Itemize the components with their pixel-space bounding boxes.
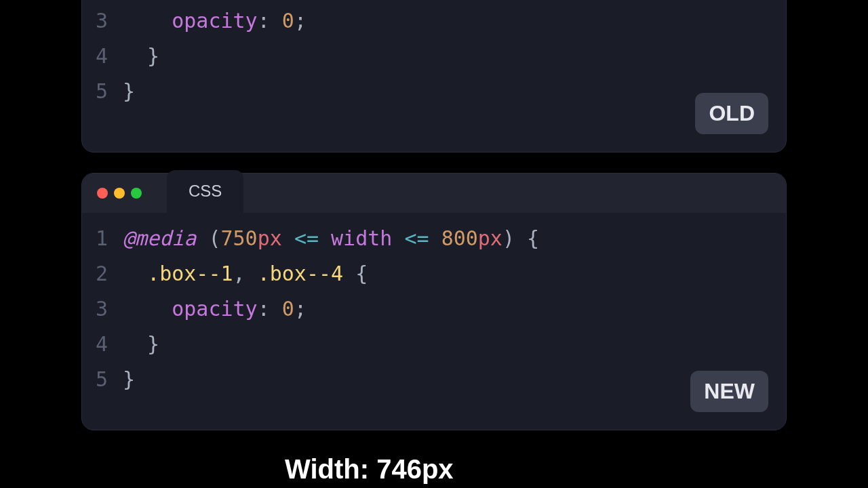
code-text: .box--1, .box--4 { <box>123 262 368 285</box>
code-text: } <box>123 79 135 103</box>
line-number: 4 <box>82 44 123 68</box>
code-line: 3 opacity: 0; <box>82 297 786 332</box>
badge-old: OLD <box>695 93 768 134</box>
line-number: 1 <box>82 226 123 250</box>
line-number: 3 <box>82 9 123 33</box>
code-line: 5} <box>82 79 786 115</box>
code-panel-new: CSS 1@media (750px <= width <= 800px) {2… <box>81 173 787 430</box>
code-panel-old: 2 .box--1, .box--4 {3 opacity: 0;4 }5} O… <box>81 0 787 152</box>
code-line: 3 opacity: 0; <box>82 9 786 44</box>
line-number: 5 <box>82 367 123 391</box>
code-text: } <box>123 367 135 391</box>
line-number: 2 <box>82 262 123 285</box>
line-number: 3 <box>82 297 123 321</box>
code-block-new: 1@media (750px <= width <= 800px) {2 .bo… <box>82 213 786 416</box>
code-line: 4 } <box>82 332 786 367</box>
code-text: } <box>123 332 159 356</box>
code-text: opacity: 0; <box>123 297 307 321</box>
code-text: @media (750px <= width <= 800px) { <box>123 226 539 250</box>
window-titlebar: CSS <box>82 174 786 213</box>
code-text: opacity: 0; <box>123 9 307 33</box>
code-line: 4 } <box>82 44 786 79</box>
maximize-icon[interactable] <box>131 188 142 199</box>
code-block-old: 2 .box--1, .box--4 {3 opacity: 0;4 }5} <box>82 0 786 128</box>
code-line: 1@media (750px <= width <= 800px) { <box>82 226 786 262</box>
line-number: 5 <box>82 79 123 103</box>
code-line: 2 .box--1, .box--4 { <box>82 0 786 9</box>
code-line: 2 .box--1, .box--4 { <box>82 262 786 297</box>
close-icon[interactable] <box>97 188 108 199</box>
code-text: } <box>123 44 159 68</box>
minimize-icon[interactable] <box>114 188 125 199</box>
code-line: 5} <box>82 367 786 403</box>
width-caption: Width: 746px <box>285 454 454 485</box>
file-tab[interactable]: CSS <box>167 170 243 213</box>
badge-new: NEW <box>690 371 768 412</box>
line-number: 4 <box>82 332 123 356</box>
